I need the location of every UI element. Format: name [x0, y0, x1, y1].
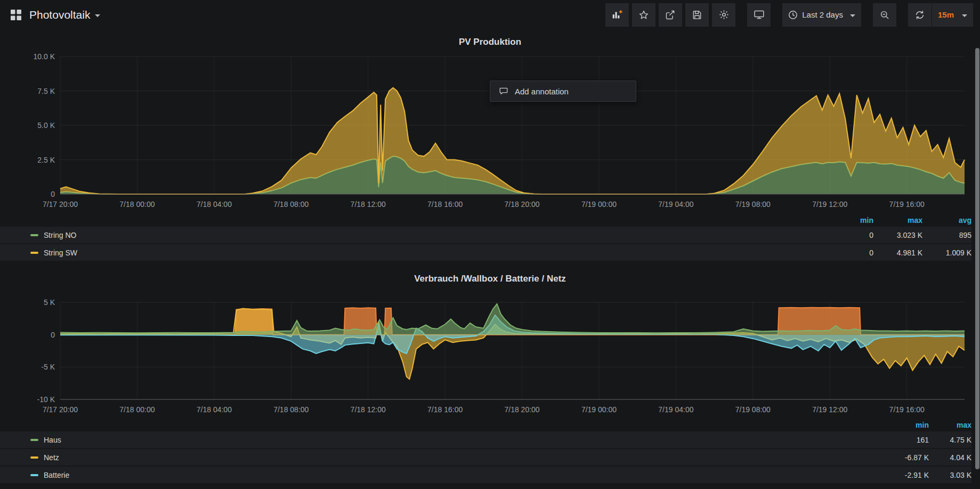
x-axis-tick-label: 7/18 08:00	[273, 200, 309, 209]
y-axis-tick-label: -10 K	[37, 395, 55, 404]
x-axis-tick-label: 7/17 20:00	[43, 200, 78, 209]
dashboard-title: Photovoltaik	[29, 9, 90, 21]
add-panel-icon	[611, 9, 623, 21]
add-annotation-label: Add annotation	[515, 87, 569, 96]
legend-column-header-min[interactable]: min	[824, 216, 873, 225]
monitor-icon	[754, 9, 765, 20]
top-navbar: Photovoltaik	[0, 0, 980, 29]
x-axis-tick-label: 7/19 04:00	[658, 200, 693, 209]
x-axis-tick-label: 7/18 04:00	[197, 200, 232, 209]
time-range-label: Last 2 days	[802, 10, 843, 19]
legend-series-toggle-string-no[interactable]: String NO	[30, 231, 824, 239]
series-color-swatch	[30, 234, 38, 236]
refresh-interval-label: 15m	[938, 10, 954, 19]
legend-row-string-no: String NO03.023 K895	[0, 227, 971, 243]
x-axis-tick-label: 7/18 04:00	[197, 405, 232, 414]
legend-column-header-avg[interactable]: avg	[922, 216, 971, 225]
legend-column-header-min[interactable]: min	[886, 421, 929, 429]
legend-series-toggle-string-sw[interactable]: String SW	[30, 248, 824, 257]
scrollbar[interactable]	[975, 32, 980, 489]
legend-row-string-sw: String SW04.981 K1.009 K	[0, 244, 971, 261]
y-axis-tick-label: 5 K	[44, 298, 55, 307]
series-name: Haus	[44, 436, 61, 444]
x-axis-tick-label: 7/19 08:00	[735, 405, 771, 414]
x-axis-tick-label: 7/19 00:00	[581, 405, 617, 414]
star-icon	[638, 10, 649, 20]
refresh-icon	[914, 10, 925, 20]
chevron-down-icon	[850, 14, 855, 17]
legend-column-header-max[interactable]: max	[929, 421, 971, 429]
x-axis-tick-label: 7/19 12:00	[812, 405, 847, 414]
star-dashboard-button[interactable]	[632, 3, 655, 27]
cycle-view-mode-button[interactable]	[747, 3, 771, 27]
clock-icon	[788, 10, 798, 20]
legend-series-toggle-batterie[interactable]: Batterie	[30, 471, 886, 479]
x-axis-tick-label: 7/17 20:00	[43, 405, 78, 414]
save-icon	[692, 10, 702, 20]
chevron-down-icon	[962, 14, 967, 17]
chevron-down-icon	[95, 14, 100, 17]
x-axis-tick-label: 7/19 08:00	[735, 200, 771, 209]
legend-stat-max-netz: 4.04 K	[929, 453, 971, 462]
verbrauch-graph[interactable]: 7/17 20:007/18 00:007/18 04:007/18 08:00…	[0, 284, 980, 419]
x-axis-tick-label: 7/18 00:00	[119, 200, 155, 209]
legend-series-toggle-haus[interactable]: Haus	[30, 436, 886, 444]
legend-header-row: minmaxavg	[0, 214, 971, 227]
pv-produktion-legend: minmaxavgString NO03.023 K895String SW04…	[0, 214, 980, 261]
y-axis-tick-label: 2.5 K	[37, 156, 55, 164]
series-name: String NO	[44, 231, 76, 239]
legend-stat-max-batterie: 3.03 K	[929, 471, 971, 479]
legend-stat-min-string-no: 0	[824, 231, 873, 239]
dashboard-title-dropdown[interactable]: Photovoltaik	[29, 9, 100, 21]
verbrauch-legend: minmaxHaus1614.75 KNetz-6.87 K4.04 KBatt…	[0, 419, 980, 483]
legend-stat-min-string-sw: 0	[824, 248, 873, 257]
share-icon	[665, 10, 676, 20]
y-axis-tick-label: 0	[51, 190, 55, 198]
series-name: String SW	[44, 248, 77, 257]
series-color-swatch	[30, 439, 38, 441]
legend-row-batterie: Batterie-2.91 K3.03 K	[0, 467, 971, 483]
magnifier-icon	[879, 10, 890, 20]
y-axis-tick-label: 10.0 K	[34, 52, 55, 61]
panel-title-pv-produktion[interactable]: PV Produktion	[0, 37, 980, 47]
series-color-swatch	[30, 456, 38, 459]
legend-stat-avg-string-no: 895	[922, 231, 971, 239]
legend-stat-avg-string-sw: 1.009 K	[922, 248, 971, 257]
x-axis-tick-label: 7/18 00:00	[119, 405, 155, 414]
x-axis-tick-label: 7/19 00:00	[581, 200, 617, 209]
x-axis-tick-label: 7/18 12:00	[351, 405, 386, 414]
legend-row-haus: Haus1614.75 K	[0, 431, 971, 448]
panel-title-verbrauch[interactable]: Verbrauch /Wallbox / Batterie / Netz	[0, 274, 980, 284]
series-name: Netz	[44, 453, 59, 462]
legend-series-toggle-netz[interactable]: Netz	[30, 453, 886, 462]
legend-stat-min-netz: -6.87 K	[886, 453, 929, 462]
add-annotation-menu-item[interactable]: Add annotation	[490, 81, 636, 102]
legend-stat-min-batterie: -2.91 K	[886, 471, 929, 479]
legend-header-row: minmax	[0, 419, 971, 431]
legend-stat-max-string-sw: 4.981 K	[873, 248, 922, 257]
x-axis-tick-label: 7/18 16:00	[427, 200, 463, 209]
refresh-interval-dropdown[interactable]: 15m	[932, 3, 973, 27]
series-color-swatch	[30, 252, 38, 254]
dashboard-grid-icon[interactable]	[10, 9, 22, 21]
x-axis-tick-label: 7/19 16:00	[889, 200, 925, 209]
legend-stat-min-haus: 161	[886, 436, 929, 444]
refresh-now-button[interactable]	[908, 3, 932, 27]
zoom-out-button[interactable]	[873, 3, 896, 27]
y-axis-tick-label: 5.0 K	[37, 121, 55, 130]
add-panel-button[interactable]	[605, 3, 629, 27]
share-dashboard-button[interactable]	[659, 3, 682, 27]
y-axis-tick-label: 7.5 K	[37, 87, 55, 95]
dashboard-settings-button[interactable]	[712, 3, 735, 27]
save-dashboard-button[interactable]	[685, 3, 709, 27]
comment-bubble-icon	[499, 86, 508, 96]
scrollbar-thumb[interactable]	[975, 48, 979, 469]
x-axis-tick-label: 7/19 12:00	[812, 200, 847, 209]
legend-column-header-max[interactable]: max	[873, 216, 922, 225]
pv-produktion-graph[interactable]: 7/17 20:007/18 00:007/18 04:007/18 08:00…	[0, 47, 980, 214]
x-axis-tick-label: 7/18 08:00	[273, 405, 309, 414]
refresh-picker: 15m	[908, 3, 973, 27]
time-range-picker[interactable]: Last 2 days	[782, 3, 861, 27]
legend-row-netz: Netz-6.87 K4.04 K	[0, 449, 971, 466]
x-axis-tick-label: 7/18 16:00	[427, 405, 463, 414]
